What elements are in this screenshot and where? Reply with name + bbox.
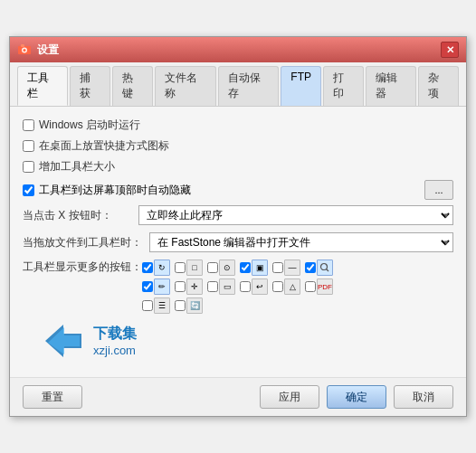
icon-refresh[interactable]: 🔄 — [186, 297, 203, 314]
icon-open[interactable]: ↻ — [154, 260, 170, 276]
svg-rect-3 — [21, 44, 24, 47]
icon-cb-pdf[interactable] — [305, 281, 316, 292]
icon-timer[interactable]: ⊙ — [219, 260, 235, 276]
tab-print[interactable]: 打印 — [323, 66, 364, 106]
icon-cb-rect[interactable] — [207, 281, 218, 292]
icon-undo[interactable]: ↩ — [252, 278, 268, 295]
icon-list[interactable]: ☰ — [154, 297, 170, 314]
icon-pair-14: 🔄 — [175, 297, 203, 314]
tab-ftp[interactable]: FTP — [281, 66, 321, 106]
click-x-row: 当点击 X 按钮时： 立即终止此程序 最小化到系统托盘 关闭窗口 — [23, 205, 453, 225]
icon-cb-crosshair[interactable] — [175, 281, 186, 292]
windows-startup-checkbox[interactable] — [23, 119, 34, 131]
icon-rect[interactable]: ▭ — [219, 278, 235, 295]
icon-pair-11: △ — [272, 278, 300, 295]
desktop-icon-checkbox[interactable] — [23, 140, 34, 152]
enlarge-toolbar-label: 增加工具栏大小 — [39, 159, 115, 175]
icon-pair-8: ✛ — [175, 278, 203, 295]
title-bar-left: 设置 — [17, 42, 59, 58]
desktop-icon-label: 在桌面上放置快捷方式图标 — [39, 138, 169, 154]
watermark-text: 下载集 xzji.com — [93, 325, 137, 357]
drag-file-row: 当拖放文件到工具栏时： 在 FastStone 编辑器中打开文件 直接打开文件 — [23, 232, 453, 252]
icon-pair-1: ↻ — [142, 260, 170, 276]
right-buttons: 应用 确定 取消 — [260, 385, 453, 409]
toolbar-icon-row-3: ☰ 🔄 — [142, 297, 335, 314]
content-area: Windows 启动时运行 在桌面上放置快捷方式图标 增加工具栏大小 工具栏到达… — [10, 107, 466, 377]
tab-capture[interactable]: 捕获 — [70, 66, 110, 106]
icon-pair-7: ✏ — [142, 278, 170, 295]
search-icon — [319, 262, 330, 273]
window-title: 设置 — [37, 42, 59, 58]
title-bar: 设置 ✕ — [10, 37, 466, 62]
icon-cb-open[interactable] — [142, 262, 153, 273]
icon-pdf[interactable]: PDF — [317, 278, 333, 295]
icon-pair-4: ▣ — [240, 260, 268, 276]
icon-cb-paste[interactable] — [240, 262, 251, 273]
watermark: 下载集 xzji.com — [23, 323, 453, 359]
icon-cb-search[interactable] — [305, 262, 316, 273]
auto-hide-left: 工具栏到达屏幕顶部时自动隐藏 — [23, 183, 191, 198]
tab-filename[interactable]: 文件名称 — [155, 66, 216, 106]
cancel-button[interactable]: 取消 — [394, 385, 453, 409]
desktop-icon-row: 在桌面上放置快捷方式图标 — [23, 138, 453, 154]
icon-cb-capture[interactable] — [175, 262, 186, 273]
toolbar-icon-row-2: ✏ ✛ ▭ ↩ — [142, 278, 335, 295]
enlarge-toolbar-checkbox[interactable] — [23, 161, 34, 173]
tab-misc[interactable]: 杂项 — [418, 66, 459, 106]
icon-cb-list[interactable] — [142, 300, 153, 311]
icon-cb-triangle[interactable] — [272, 281, 283, 292]
watermark-site-name: 下载集 — [93, 325, 137, 344]
icon-pair-13: ☰ — [142, 297, 170, 314]
dots-button[interactable]: ... — [424, 180, 453, 200]
icon-capture[interactable]: □ — [186, 260, 203, 276]
close-button[interactable]: ✕ — [441, 42, 459, 58]
toolbar-buttons-section: 工具栏显示更多的按钮： ↻ □ ⊙ — [23, 260, 453, 314]
icon-search[interactable] — [317, 260, 333, 276]
icon-cb-undo[interactable] — [240, 281, 251, 292]
icon-pair-2: □ — [175, 260, 203, 276]
icon-cb-refresh[interactable] — [175, 300, 186, 311]
icon-cb-timer[interactable] — [207, 262, 218, 273]
watermark-logo — [41, 323, 86, 359]
tab-toolbar[interactable]: 工具栏 — [17, 66, 68, 106]
svg-line-5 — [327, 269, 329, 272]
svg-point-2 — [24, 49, 26, 52]
settings-window: 设置 ✕ 工具栏 捕获 热键 文件名称 自动保存 FTP 打印 编辑器 杂项 W… — [9, 36, 467, 417]
click-x-select[interactable]: 立即终止此程序 最小化到系统托盘 关闭窗口 — [138, 205, 453, 225]
auto-hide-row: 工具栏到达屏幕顶部时自动隐藏 ... — [23, 180, 453, 200]
icon-cb-pen[interactable] — [142, 281, 153, 292]
icon-paste[interactable]: ▣ — [252, 260, 268, 276]
confirm-button[interactable]: 确定 — [327, 385, 386, 409]
icon-pair-5: — — [272, 260, 300, 276]
drag-file-select[interactable]: 在 FastStone 编辑器中打开文件 直接打开文件 — [149, 232, 453, 252]
enlarge-toolbar-row: 增加工具栏大小 — [23, 159, 453, 175]
icon-line[interactable]: — — [284, 260, 300, 276]
reset-button-wrapper: 重置 — [23, 385, 82, 409]
icon-pair-3: ⊙ — [207, 260, 235, 276]
windows-startup-label: Windows 启动时运行 — [39, 118, 140, 133]
button-bar: 重置 应用 确定 取消 — [10, 377, 466, 416]
icon-crosshair[interactable]: ✛ — [186, 278, 203, 295]
apply-button[interactable]: 应用 — [260, 385, 319, 409]
icon-pen[interactable]: ✏ — [154, 278, 170, 295]
windows-startup-row: Windows 启动时运行 — [23, 118, 453, 133]
toolbar-icon-grid: ↻ □ ⊙ ▣ — [142, 260, 335, 314]
tab-editor[interactable]: 编辑器 — [366, 66, 416, 106]
drag-file-label: 当拖放文件到工具栏时： — [23, 235, 142, 250]
icon-triangle[interactable]: △ — [284, 278, 300, 295]
icon-pair-10: ↩ — [240, 278, 268, 295]
icon-pair-6 — [305, 260, 333, 276]
icon-cb-line[interactable] — [272, 262, 283, 273]
svg-marker-7 — [48, 327, 80, 354]
click-x-label: 当点击 X 按钮时： — [23, 208, 131, 223]
tab-autosave[interactable]: 自动保存 — [218, 66, 280, 106]
toolbar-buttons-label-row: 工具栏显示更多的按钮： ↻ □ ⊙ — [23, 260, 453, 314]
tab-hotkey[interactable]: 热键 — [112, 66, 153, 106]
svg-point-4 — [321, 264, 328, 270]
auto-hide-checkbox[interactable] — [23, 184, 34, 196]
click-x-select-wrapper: 立即终止此程序 最小化到系统托盘 关闭窗口 — [138, 205, 453, 225]
tab-bar: 工具栏 捕获 热键 文件名称 自动保存 FTP 打印 编辑器 杂项 — [10, 62, 466, 107]
toolbar-icon-row-1: ↻ □ ⊙ ▣ — [142, 260, 335, 276]
drag-file-select-wrapper: 在 FastStone 编辑器中打开文件 直接打开文件 — [149, 232, 453, 252]
reset-button[interactable]: 重置 — [23, 385, 82, 409]
